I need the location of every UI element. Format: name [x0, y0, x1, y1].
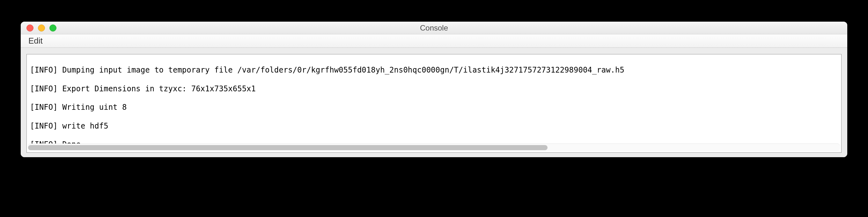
console-output-box: [INFO] Dumping input image to temporary … [27, 54, 841, 153]
scrollbar-thumb[interactable] [28, 145, 548, 150]
minimize-icon[interactable] [38, 25, 45, 32]
window-title: Console [21, 24, 847, 32]
menu-bar: Edit [21, 34, 847, 48]
log-line: [INFO] Export Dimensions in tzyxc: 76x1x… [30, 84, 838, 94]
window-titlebar[interactable]: Console [21, 22, 847, 34]
zoom-icon[interactable] [50, 25, 57, 32]
content-area: [INFO] Dumping input image to temporary … [21, 48, 847, 157]
log-line: [INFO] Done [30, 140, 838, 144]
menu-edit[interactable]: Edit [25, 35, 46, 47]
horizontal-scrollbar[interactable] [28, 144, 840, 151]
close-icon[interactable] [27, 25, 33, 32]
log-line: [INFO] write hdf5 [30, 121, 838, 131]
log-line: [INFO] Writing uint 8 [30, 103, 838, 112]
window-controls [21, 25, 57, 32]
console-window: Console Edit [INFO] Dumping input image … [21, 22, 847, 157]
console-output-text[interactable]: [INFO] Dumping input image to temporary … [27, 55, 841, 144]
log-line: [INFO] Dumping input image to temporary … [30, 66, 838, 75]
